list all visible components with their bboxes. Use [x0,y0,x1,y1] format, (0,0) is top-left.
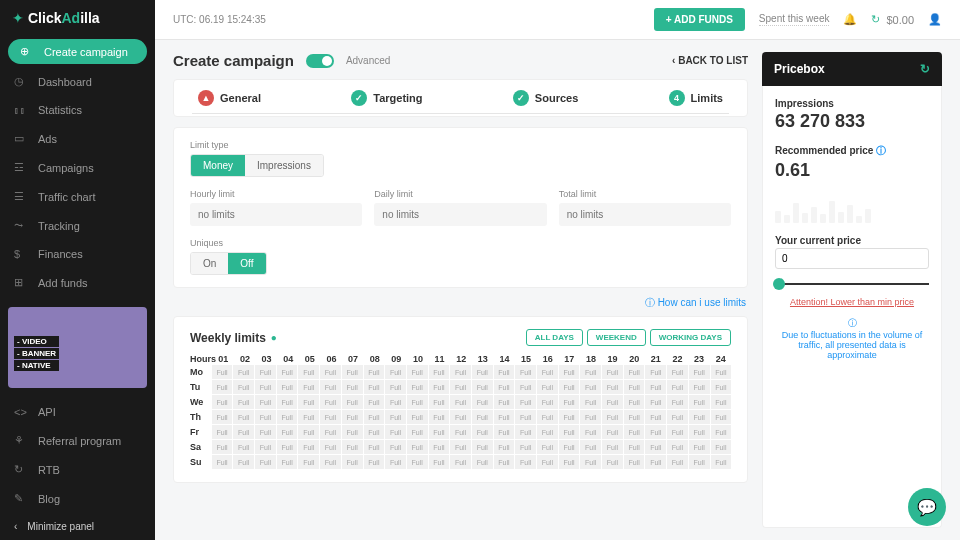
hour-cell[interactable]: Full [537,365,558,379]
hour-cell[interactable]: Full [689,380,710,394]
hour-cell[interactable]: Full [277,410,298,424]
hour-cell[interactable]: Full [624,410,645,424]
hour-cell[interactable]: Full [494,395,515,409]
hour-cell[interactable]: Full [385,455,406,469]
hour-cell[interactable]: Full [320,440,341,454]
hour-cell[interactable]: Full [602,380,623,394]
back-to-list[interactable]: ‹ BACK TO LIST [672,55,748,66]
sidebar-item-referral-program[interactable]: ⚘Referral program [0,426,155,455]
hour-cell[interactable]: Full [364,440,385,454]
hour-cell[interactable]: Full [450,380,471,394]
refresh-icon[interactable]: ↻ [871,13,880,26]
hour-cell[interactable]: Full [429,425,450,439]
hour-cell[interactable]: Full [385,410,406,424]
hour-cell[interactable]: Full [515,425,536,439]
hour-cell[interactable]: Full [233,380,254,394]
hour-cell[interactable]: Full [689,365,710,379]
step-targeting[interactable]: ✓Targeting [343,90,430,106]
hour-cell[interactable]: Full [385,365,406,379]
sidebar-item-blog[interactable]: ✎Blog [0,484,155,513]
hour-cell[interactable]: Full [364,455,385,469]
limit-type-money[interactable]: Money [191,155,245,176]
hour-cell[interactable]: Full [667,455,688,469]
hour-cell[interactable]: Full [320,395,341,409]
hour-cell[interactable]: Full [342,440,363,454]
hour-cell[interactable]: Full [667,440,688,454]
hour-cell[interactable]: Full [212,410,233,424]
hour-cell[interactable]: Full [298,410,319,424]
hour-cell[interactable]: Full [537,440,558,454]
hour-cell[interactable]: Full [320,380,341,394]
sidebar-item-tracking[interactable]: ⤳Tracking [0,211,155,240]
hour-cell[interactable]: Full [320,425,341,439]
hour-cell[interactable]: Full [472,410,493,424]
hour-cell[interactable]: Full [277,380,298,394]
hour-cell[interactable]: Full [407,365,428,379]
hour-cell[interactable]: Full [645,380,666,394]
hour-cell[interactable]: Full [667,380,688,394]
hour-cell[interactable]: Full [342,395,363,409]
hour-cell[interactable]: Full [233,455,254,469]
hour-cell[interactable]: Full [667,425,688,439]
hour-cell[interactable]: Full [255,365,276,379]
hour-cell[interactable]: Full [429,395,450,409]
hour-cell[interactable]: Full [624,440,645,454]
hour-cell[interactable]: Full [580,425,601,439]
hour-cell[interactable]: Full [711,425,732,439]
hour-cell[interactable]: Full [385,440,406,454]
hour-cell[interactable]: Full [559,440,580,454]
bell-icon[interactable]: 🔔 [843,13,857,26]
your-price-input[interactable] [775,248,929,269]
hour-cell[interactable]: Full [255,395,276,409]
daily-input[interactable] [374,203,546,226]
total-input[interactable] [559,203,731,226]
hour-cell[interactable]: Full [515,440,536,454]
hour-cell[interactable]: Full [472,440,493,454]
hour-cell[interactable]: Full [645,365,666,379]
hour-cell[interactable]: Full [645,410,666,424]
hour-cell[interactable]: Full [494,440,515,454]
spent-this-week[interactable]: Spent this week [759,13,830,26]
hour-cell[interactable]: Full [580,455,601,469]
hour-cell[interactable]: Full [472,455,493,469]
hour-cell[interactable]: Full [407,410,428,424]
hour-cell[interactable]: Full [450,455,471,469]
hour-cell[interactable]: Full [624,395,645,409]
hour-cell[interactable]: Full [212,380,233,394]
hour-cell[interactable]: Full [298,380,319,394]
hour-cell[interactable]: Full [472,425,493,439]
hour-cell[interactable]: Full [342,365,363,379]
hour-cell[interactable]: Full [472,365,493,379]
hour-cell[interactable]: Full [602,395,623,409]
hour-cell[interactable]: Full [364,410,385,424]
hour-cell[interactable]: Full [494,380,515,394]
hour-cell[interactable]: Full [580,410,601,424]
hour-cell[interactable]: Full [494,425,515,439]
hour-cell[interactable]: Full [342,410,363,424]
hour-cell[interactable]: Full [277,440,298,454]
hour-cell[interactable]: Full [689,395,710,409]
hour-cell[interactable]: Full [450,440,471,454]
hour-cell[interactable]: Full [645,395,666,409]
hour-cell[interactable]: Full [645,455,666,469]
advanced-toggle[interactable] [306,54,334,68]
sidebar-item-rtb[interactable]: ↻RTB [0,455,155,484]
hour-cell[interactable]: Full [298,440,319,454]
preset-working-days[interactable]: WORKING DAYS [650,329,731,346]
hour-cell[interactable]: Full [450,425,471,439]
hour-cell[interactable]: Full [342,425,363,439]
add-funds-button[interactable]: + ADD FUNDS [654,8,745,31]
hour-cell[interactable]: Full [277,365,298,379]
hour-cell[interactable]: Full [277,395,298,409]
hour-cell[interactable]: Full [277,425,298,439]
hour-cell[interactable]: Full [580,380,601,394]
hour-cell[interactable]: Full [429,455,450,469]
minimize-panel[interactable]: ‹ Minimize panel [0,513,155,540]
hour-cell[interactable]: Full [537,395,558,409]
hour-cell[interactable]: Full [385,425,406,439]
hour-cell[interactable]: Full [602,365,623,379]
sidebar-item-add-funds[interactable]: ⊞Add funds [0,268,155,297]
hour-cell[interactable]: Full [342,455,363,469]
hour-cell[interactable]: Full [320,410,341,424]
hour-cell[interactable]: Full [711,410,732,424]
